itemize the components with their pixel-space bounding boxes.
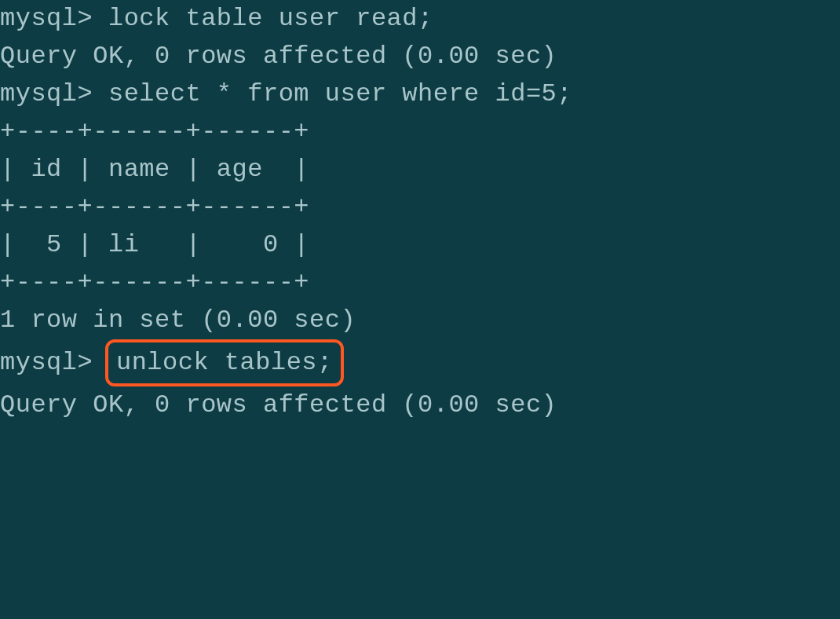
highlight-annotation: unlock tables; bbox=[105, 339, 344, 386]
command-line-3: mysql> unlock tables; bbox=[0, 339, 840, 386]
result-line-2: 1 row in set (0.00 sec) bbox=[0, 302, 840, 339]
prompt: mysql> bbox=[0, 79, 108, 108]
highlighted-command: unlock tables; bbox=[116, 348, 333, 377]
mysql-terminal[interactable]: mysql> lock table user read; Query OK, 0… bbox=[0, 0, 840, 424]
table-border-mid: +----+------+------+ bbox=[0, 189, 840, 226]
table-row: | 5 | li | 0 | bbox=[0, 226, 840, 264]
table-border-top: +----+------+------+ bbox=[0, 113, 840, 151]
table-header: | id | name | age | bbox=[0, 151, 840, 189]
result-line-1: Query OK, 0 rows affected (0.00 sec) bbox=[0, 38, 840, 75]
command-text: lock table user read; bbox=[108, 4, 433, 33]
command-line-2: mysql> select * from user where id=5; bbox=[0, 75, 840, 113]
prompt: mysql> bbox=[0, 344, 108, 382]
command-line-1: mysql> lock table user read; bbox=[0, 0, 840, 38]
prompt: mysql> bbox=[0, 4, 108, 33]
command-text: select * from user where id=5; bbox=[108, 79, 572, 108]
table-border-bottom: +----+------+------+ bbox=[0, 264, 840, 302]
result-line-3: Query OK, 0 rows affected (0.00 sec) bbox=[0, 386, 840, 424]
